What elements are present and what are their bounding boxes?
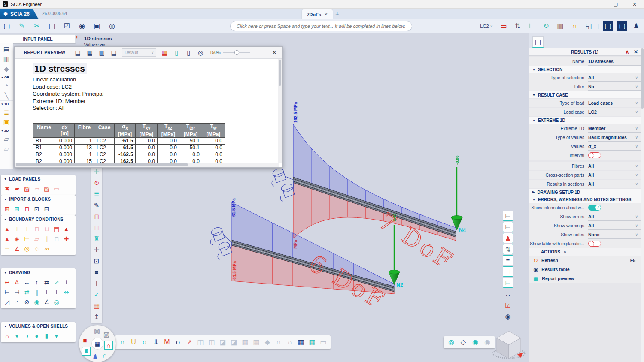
move-tool-icon[interactable]: ✛ (91, 166, 102, 177)
open-shell-icon[interactable]: ⌂ (2, 331, 12, 341)
dim-left-icon[interactable]: ⊢ (2, 287, 12, 297)
report-style-dropdown[interactable]: Default∨ (122, 48, 156, 57)
visibility-eye-icon[interactable]: ◉ (77, 21, 87, 31)
library-book-icon[interactable]: ▣ (92, 21, 102, 31)
rings-icon[interactable]: ∞ (42, 244, 52, 253)
result-moment-M-icon[interactable]: M (162, 337, 172, 348)
wheel-arch-red-icon[interactable]: ∩ (104, 341, 113, 350)
panel-close-icon[interactable]: ✕ (632, 48, 640, 55)
plate-icon[interactable]: ▱ (1, 134, 12, 144)
arrows-updown-icon[interactable]: ⇅ (503, 244, 513, 254)
ring-icon[interactable]: ◎ (22, 244, 32, 253)
text-tool-icon[interactable]: A (12, 277, 22, 287)
result-mesh2-icon[interactable]: ▦ (251, 337, 261, 348)
property-row-results-in-sections[interactable]: Results in sectionsAll∨ (529, 180, 641, 188)
wheel-box-striped-icon[interactable]: ▨ (102, 330, 111, 339)
import-portal-icon[interactable]: ⊓ (22, 204, 32, 214)
property-row-show-errors[interactable]: Show errorsAll∨ (529, 212, 641, 221)
visibility-cursor-icon[interactable]: ◉ (470, 337, 480, 347)
command-search-input[interactable] (230, 21, 412, 31)
load-panel-roof-icon[interactable]: ▨ (22, 184, 32, 193)
new-tab-button[interactable]: + (335, 10, 339, 17)
shell-wave-icon[interactable]: ▼ (12, 331, 22, 341)
section-drawing-setup-1d[interactable]: ▶DRAWING SETUP 1D (529, 189, 641, 196)
brush-icon[interactable]: ✎ (91, 200, 102, 210)
result-plate-icon[interactable]: ◫ (195, 337, 206, 348)
member-slider-icon[interactable]: ⊣ (503, 266, 513, 277)
compass-grid-icon[interactable]: ◔ (1, 81, 12, 90)
result-stress-sigma-icon[interactable]: σ (140, 337, 150, 348)
property-row-values[interactable]: Valuesσ_x∨ (529, 142, 641, 151)
print-report-icon[interactable]: ▤ (47, 21, 57, 31)
support-ghost-icon[interactable]: ⊓ (32, 224, 42, 234)
snap-mode-icon[interactable]: ⇅ (513, 21, 523, 31)
panel-drawing-header[interactable]: ▼DRAWING (1, 268, 76, 277)
table-style-icon[interactable]: ▦ (160, 48, 169, 57)
result-node-displacement-icon[interactable]: ↗ (184, 337, 194, 348)
toolbox-icon[interactable]: ▤ (1, 44, 12, 54)
prism-icon[interactable]: ▮ (42, 331, 52, 341)
dim-swap-icon[interactable]: ⇄ (22, 287, 32, 297)
property-row-show-table-with-explanatio[interactable]: Show table with explanatio... (529, 239, 641, 248)
panel-collapse-icon[interactable]: ∧ (623, 48, 631, 55)
clip-icon[interactable]: ⊣ (2, 244, 12, 253)
shell-wave2-icon[interactable]: ▼ (52, 331, 61, 341)
bridge-ghost-icon[interactable]: ⊓ (91, 222, 102, 232)
support-ghost2-icon[interactable]: ⊔ (42, 224, 52, 234)
result-stress-sigma2-icon[interactable]: σ (173, 337, 183, 348)
result-plate2-icon[interactable]: ◫ (207, 337, 217, 348)
dim-perp2-icon[interactable]: ⊥ (42, 287, 52, 297)
results-tab-icon[interactable]: ▤ (532, 36, 544, 48)
help-search-icon[interactable]: ◎ (107, 21, 117, 31)
property-row-type-of-load[interactable]: Type of loadLoad cases∨ (529, 99, 641, 107)
report-close-icon[interactable]: ✕ (270, 49, 279, 56)
support-cone-icon[interactable]: ▲ (2, 224, 12, 234)
brand-tab[interactable]: ✽ SCIA 26 (0, 9, 39, 19)
property-row-fibres[interactable]: FibresAll∨ (529, 162, 641, 170)
print-icon[interactable]: ▥ (97, 48, 106, 57)
line-tool-icon[interactable]: ╲ (1, 90, 12, 100)
action-report-preview[interactable]: ▦Report preview (529, 274, 641, 283)
bridge-red-icon[interactable]: ⊓ (91, 211, 102, 221)
support-fixed-icon[interactable]: ⊤ (12, 224, 22, 234)
support-ghost3-icon[interactable]: ▱ (32, 234, 42, 244)
dim-x-icon[interactable]: ↔ (22, 277, 32, 287)
shell-slice-icon[interactable]: ◑ (22, 331, 32, 341)
zoom-selection-icon[interactable]: ◎ (446, 337, 456, 347)
section-member-icon[interactable]: ⊢ (503, 211, 513, 221)
cylinder-icon[interactable]: ● (32, 331, 42, 341)
import-frame-user-icon[interactable]: ⊞ (12, 204, 22, 214)
member-flag-icon[interactable]: ⊢ (503, 278, 513, 288)
arrow-up-icon[interactable]: ↥ (91, 311, 102, 322)
arc-tool-icon[interactable]: ↩ (2, 277, 12, 287)
diameter-tool-icon[interactable]: ⊘ (22, 297, 32, 307)
axis-cross-icon[interactable]: ✛ (91, 244, 102, 255)
property-row-type-of-values[interactable]: Type of valuesBasic magnitudes∨ (529, 133, 641, 142)
wheel-box-red-icon[interactable]: ■ (80, 335, 90, 345)
property-row-extreme-1d[interactable]: Extreme 1DMember∨ (529, 124, 641, 133)
dim-diag-icon[interactable]: ↗ (52, 277, 61, 287)
import-file-icon[interactable]: ⊡ (32, 204, 42, 214)
import-frame-icon[interactable]: ⊞ (2, 204, 12, 214)
result-reactions-icon[interactable]: ⇓ (151, 337, 161, 348)
target-tool-icon[interactable]: ◎ (52, 297, 61, 307)
new-report-item-icon[interactable]: ▤ (73, 48, 82, 57)
multilines-icon[interactable]: ≣ (91, 189, 102, 199)
drawers-icon[interactable]: ▥ (1, 54, 12, 64)
support-pair-icon[interactable]: ∥ (42, 234, 52, 244)
table-teal-icon[interactable]: ♜ (91, 233, 102, 244)
drag-dots-icon[interactable]: ∷ (503, 289, 513, 299)
side-section-gr[interactable]: ▼GR (0, 74, 13, 81)
load-panel-outline-icon[interactable]: ▭ (52, 184, 61, 193)
side-section-1d[interactable]: ▼1D (0, 100, 13, 107)
property-row-cross-section-parts[interactable]: Cross-section partsAll∨ (529, 171, 641, 179)
active-load-case-dropdown[interactable]: LC2∨ (480, 24, 493, 29)
tag-icon[interactable]: ◆ (1, 64, 12, 74)
results-panel-scrollbar[interactable] (641, 48, 644, 362)
table-delete-icon[interactable]: ▦ (91, 300, 102, 311)
section-errors-warnings-and-notes-settings[interactable]: ▼ERRORS, WARNINGS AND NOTES SETTINGS (529, 196, 641, 203)
open-edit-icon[interactable]: ✎ (17, 21, 27, 31)
plate-ghost-icon[interactable]: ▱ (1, 144, 12, 154)
workstation-wheel[interactable]: ▦ ▩▨∩∩♟♜■ (79, 325, 116, 362)
support-barrel-icon[interactable]: ▤ (52, 224, 61, 234)
